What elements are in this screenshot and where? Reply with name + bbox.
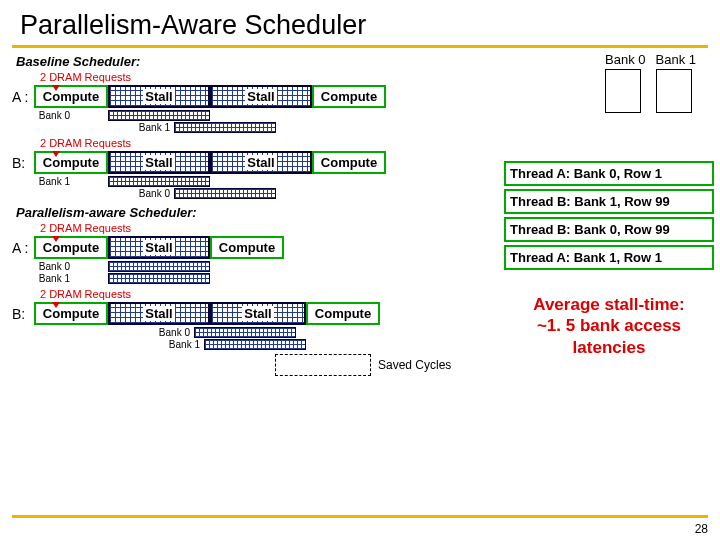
page-title: Parallelism-Aware Scheduler: [20, 10, 708, 41]
compute-block: Compute: [312, 151, 386, 174]
saved-cycles-label: Saved Cycles: [378, 358, 451, 372]
queue-item: Thread B: Bank 1, Row 99: [504, 189, 714, 214]
bank0-title: Bank 0: [605, 52, 645, 67]
bank-bar: [108, 273, 210, 284]
bank-bar-row: Bank 0: [156, 327, 482, 338]
timeline-parallel-a: A : Compute Stall Compute: [12, 236, 482, 259]
baseline-heading: Baseline Scheduler:: [12, 54, 482, 69]
bank0-label: Bank 0: [36, 110, 74, 121]
bank0-label: Bank 0: [36, 261, 74, 272]
bank-bar-row: Bank 1: [36, 273, 482, 284]
compute-block: Compute: [306, 302, 380, 325]
divider: [12, 45, 708, 48]
thread-b-label: B:: [12, 306, 34, 322]
stall-block: Stall: [210, 302, 306, 325]
thread-a-label: A :: [12, 89, 34, 105]
stall-block: Stall: [210, 85, 312, 108]
right-panel: Bank 0 Bank 1 Thread A: Bank 0, Row 1 Th…: [504, 52, 714, 358]
request-queue: Thread A: Bank 0, Row 1 Thread B: Bank 1…: [504, 161, 714, 270]
compute-block: Compute: [312, 85, 386, 108]
bank0-label: Bank 0: [156, 327, 194, 338]
queue-item: Thread A: Bank 0, Row 1: [504, 161, 714, 186]
bottom-divider: [12, 515, 708, 518]
bank-bar-row: Bank 1: [166, 339, 482, 350]
saved-cycles-box: [275, 354, 371, 376]
bank-bar-row: Bank 1: [136, 122, 482, 133]
timeline-parallel-b: B: Compute Stall Stall Compute: [12, 302, 482, 325]
queue-item: Thread B: Bank 0, Row 99: [504, 217, 714, 242]
req-label-b1: 2 DRAM Requests: [40, 137, 482, 149]
parallel-heading: Parallelism-aware Scheduler:: [12, 205, 482, 220]
stall-block: Stall: [108, 151, 210, 174]
req-label-a2: 2 DRAM Requests: [40, 222, 482, 234]
bank-bar-row: Bank 0: [36, 110, 482, 121]
bank0-label: Bank 0: [136, 188, 174, 199]
bank1-label: Bank 1: [36, 273, 74, 284]
bank-bar: [194, 327, 296, 338]
bank1-label: Bank 1: [36, 176, 74, 187]
bank1-label: Bank 1: [166, 339, 204, 350]
avg-stall-text: Average stall-time: ~1. 5 bank access la…: [504, 294, 714, 358]
req-label-a1: 2 DRAM Requests: [40, 71, 482, 83]
bank-bar-row: Bank 0: [136, 188, 482, 199]
bank-bar: [174, 188, 276, 199]
bank-bar: [174, 122, 276, 133]
bank1-label: Bank 1: [136, 122, 174, 133]
bank1-title: Bank 1: [656, 52, 696, 67]
req-label-b2: 2 DRAM Requests: [40, 288, 482, 300]
stall-block: Stall: [108, 236, 210, 259]
thread-b-label: B:: [12, 155, 34, 171]
compute-block: Compute: [34, 151, 108, 174]
timeline-baseline-b: B: Compute Stall Stall Compute: [12, 151, 482, 174]
bank-bar: [108, 261, 210, 272]
bank0-box: [605, 69, 641, 113]
bank-bar: [108, 110, 210, 121]
bank-bar-row: Bank 0: [36, 261, 482, 272]
compute-block: Compute: [34, 236, 108, 259]
bank-bar-row: Bank 1: [36, 176, 482, 187]
compute-block: Compute: [34, 302, 108, 325]
slide-number: 28: [695, 522, 708, 536]
thread-a-label: A :: [12, 240, 34, 256]
queue-item: Thread A: Bank 1, Row 1: [504, 245, 714, 270]
bank1-box: [656, 69, 692, 113]
bank-bar: [108, 176, 210, 187]
timeline-baseline-a: A : Compute Stall Stall Compute: [12, 85, 482, 108]
stall-block: Stall: [108, 85, 210, 108]
bank-bar: [204, 339, 306, 350]
stall-block: Stall: [210, 151, 312, 174]
compute-block: Compute: [34, 85, 108, 108]
compute-block: Compute: [210, 236, 284, 259]
stall-block: Stall: [108, 302, 210, 325]
